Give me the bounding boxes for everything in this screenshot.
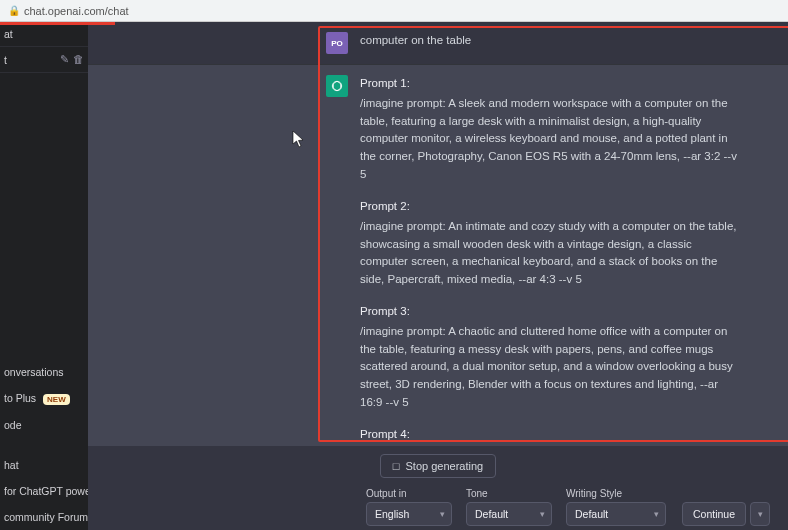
sidebar-top-label: at	[4, 28, 13, 40]
sidebar-link-upgrade[interactable]: to Plus NEW	[0, 385, 88, 412]
tone-label: Tone	[466, 488, 552, 499]
sidebar: at t ✎ 🗑 onversations to Plus NEW ode ha…	[0, 22, 88, 530]
app-frame: at t ✎ 🗑 onversations to Plus NEW ode ha…	[0, 22, 788, 530]
sidebar-link-forum[interactable]: community Forum	[0, 504, 88, 530]
sidebar-link-conversations[interactable]: onversations	[0, 359, 88, 385]
user-message-text: computer on the table	[360, 32, 770, 54]
trash-icon[interactable]: 🗑	[73, 53, 84, 66]
openai-icon	[330, 79, 344, 93]
prompt-title: Prompt 4:	[360, 426, 740, 444]
sidebar-item-actions: ✎ 🗑	[60, 53, 84, 66]
sidebar-new-chat[interactable]: at	[0, 22, 88, 47]
sidebar-link-label: to Plus	[4, 392, 36, 404]
stop-row: □ Stop generating	[88, 454, 788, 478]
prompt-title: Prompt 3:	[360, 303, 740, 321]
sidebar-link-powered[interactable]: for ChatGPT powered	[0, 478, 88, 504]
url-text: chat.openai.com/chat	[24, 5, 129, 17]
sidebar-link-label: ode	[4, 419, 22, 431]
message-user: PO computer on the table	[88, 22, 788, 64]
tone-select[interactable]: Default ▾	[466, 502, 552, 526]
continue-button[interactable]: Continue	[682, 502, 746, 526]
sidebar-link-label: hat	[4, 459, 19, 471]
stop-icon: □	[393, 460, 400, 472]
edit-icon[interactable]: ✎	[60, 53, 69, 66]
output-in-group: Output in English ▾	[366, 488, 452, 526]
options-row: Output in English ▾ Tone Default ▾ Writi…	[88, 488, 788, 526]
new-badge: NEW	[43, 394, 70, 405]
sidebar-divider	[0, 438, 88, 452]
avatar-initials: PO	[331, 39, 343, 48]
sidebar-link-label: for ChatGPT powered	[4, 485, 88, 497]
tone-group: Tone Default ▾	[466, 488, 552, 526]
sidebar-active-conversation[interactable]: t ✎ 🗑	[0, 47, 88, 73]
prompt-body: /imagine prompt: A sleek and modern work…	[360, 95, 740, 184]
continue-label: Continue	[693, 508, 735, 520]
prompt-body: /imagine prompt: A chaotic and cluttered…	[360, 323, 740, 412]
avatar-assistant	[326, 75, 348, 97]
style-label: Writing Style	[566, 488, 666, 499]
sidebar-active-label: t	[4, 54, 7, 66]
tone-value: Default	[475, 508, 508, 520]
chevron-down-icon: ▾	[654, 509, 659, 519]
prompt-title: Prompt 1:	[360, 75, 740, 93]
avatar-user: PO	[326, 32, 348, 54]
stop-generating-button[interactable]: □ Stop generating	[380, 454, 496, 478]
main-area: PO computer on the table Prompt 1: /imag…	[88, 22, 788, 530]
annotation-underline	[0, 22, 115, 25]
style-select[interactable]: Default ▾	[566, 502, 666, 526]
output-in-label: Output in	[366, 488, 452, 499]
chevron-down-icon: ▾	[440, 509, 445, 519]
sidebar-link-label: community Forum	[4, 511, 88, 523]
sidebar-spacer	[0, 73, 88, 359]
prompt-body: /imagine prompt: An intimate and cozy st…	[360, 218, 740, 289]
output-in-value: English	[375, 508, 409, 520]
style-group: Writing Style Default ▾	[566, 488, 666, 526]
bottom-controls: □ Stop generating Output in English ▾ To…	[88, 446, 788, 530]
sidebar-link-label: onversations	[4, 366, 64, 378]
sidebar-link-mode[interactable]: ode	[0, 412, 88, 438]
sidebar-link-hat[interactable]: hat	[0, 452, 88, 478]
stop-label: Stop generating	[405, 460, 483, 472]
prompt-title: Prompt 2:	[360, 198, 740, 216]
lock-icon: 🔒	[8, 5, 20, 16]
browser-url-bar[interactable]: 🔒 chat.openai.com/chat	[0, 0, 788, 22]
style-value: Default	[575, 508, 608, 520]
chevron-down-icon: ▾	[540, 509, 545, 519]
chevron-down-icon: ▾	[758, 509, 763, 519]
continue-dropdown[interactable]: ▾	[750, 502, 770, 526]
continue-group: Continue ▾	[682, 502, 770, 526]
output-in-select[interactable]: English ▾	[366, 502, 452, 526]
